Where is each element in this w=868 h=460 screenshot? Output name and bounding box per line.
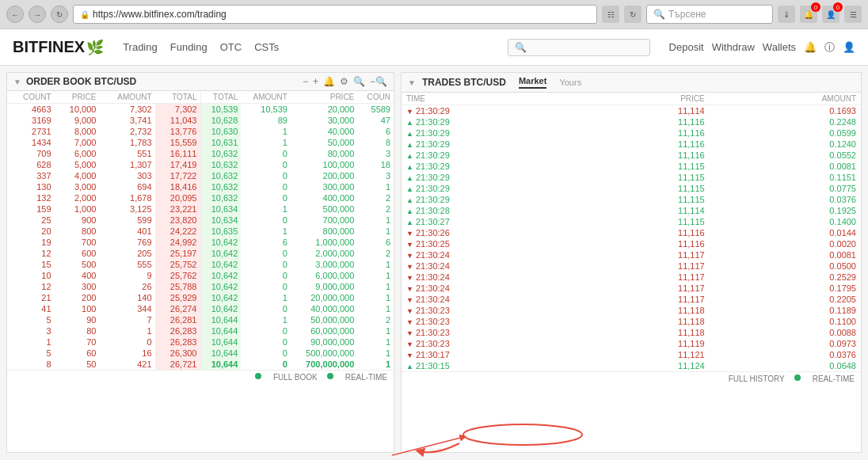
sell-count: 130 (7, 181, 55, 192)
buy-price: 60,000,000 (291, 325, 357, 336)
trade-row: ▲ 21:30:29 11,115 0.0376 (402, 194, 861, 205)
main-content: ▼ ORDER BOOK BTC/USD − + 🔔 ⚙ 🔍 −🔍 COUNT (0, 66, 868, 459)
trade-row: ▼ 21:30:26 11,116 0.0144 (402, 227, 861, 238)
trade-amount: 0.0144 (710, 227, 861, 238)
trade-price: 11,117 (584, 294, 710, 305)
trade-row: ▼ 21:30:23 11,119 0.0973 (402, 338, 861, 349)
buy-price: 500,000 (291, 203, 357, 215)
buy-table-body: 10,539 10,539 20,000 5589 10,628 89 30,0… (201, 104, 394, 371)
reload-icon[interactable]: ↻ (624, 6, 641, 23)
sell-row: 20 800 401 24,222 (7, 226, 200, 237)
refresh-button[interactable]: ↻ (51, 6, 68, 23)
minus-ctrl[interactable]: − (303, 76, 308, 87)
trade-row: ▲ 21:30:29 11,116 0.0599 (402, 127, 861, 139)
collapse-icon[interactable]: ▼ (13, 78, 21, 86)
sell-row: 15 500 555 25,752 (7, 259, 200, 270)
trade-amount: 0.0552 (710, 150, 861, 161)
sell-row: 12 600 205 25,197 (7, 248, 200, 259)
wallets-btn[interactable]: Wallets (763, 41, 796, 53)
trade-time: ▲ 21:30:29 (402, 172, 584, 183)
trades-collapse-icon[interactable]: ▼ (408, 78, 416, 87)
zoom-in-icon[interactable]: 🔍 (353, 76, 365, 87)
sell-count: 5 (7, 314, 55, 325)
sell-count: 5 (7, 348, 55, 359)
buy-total: 10,642 (201, 270, 242, 281)
buy-row: 10,632 0 100,000 18 (201, 159, 394, 170)
sell-row: 8 50 421 26,721 (7, 359, 200, 370)
sell-total: 26,274 (155, 303, 200, 314)
sell-price: 600 (55, 248, 100, 259)
trade-time: ▲ 21:30:29 (402, 161, 584, 172)
trade-time: ▼ 21:30:23 (402, 327, 584, 338)
browser-search-bar[interactable]: 🔍 Търсене (646, 5, 773, 24)
logo: BITFINEX 🌿 (13, 38, 104, 56)
trade-amount: 0.1795 (710, 283, 861, 294)
buy-price: 20,000 (291, 104, 357, 116)
buy-amount: 0 (241, 281, 291, 292)
trade-amount: 0.0020 (710, 238, 861, 249)
sell-row: 159 1,000 3,125 23,221 (7, 203, 200, 215)
buy-row: 10,632 0 400,000 2 (201, 192, 394, 203)
bell-icon[interactable]: 🔔 (804, 41, 817, 53)
sell-price: 100 (55, 303, 100, 314)
withdraw-btn[interactable]: Withdraw (712, 41, 755, 53)
nav-csts[interactable]: CSTs (254, 41, 279, 53)
user-icon[interactable]: 👤 (843, 41, 855, 53)
sell-count: 15 (7, 259, 55, 270)
trade-amount: 0.1151 (710, 172, 861, 183)
header-search-input[interactable]: 🔍 (508, 39, 650, 56)
back-button[interactable]: ← (6, 6, 24, 23)
buy-total: 10,644 (201, 325, 242, 336)
trade-amount: 0.0376 (710, 349, 861, 360)
sell-total: 23,221 (155, 203, 200, 215)
address-bar[interactable]: 🔒 https://www.bitfinex.com/trading (73, 5, 597, 24)
trades-table: TIME PRICE AMOUNT ▼ 21:30:29 11,114 0.16… (402, 93, 861, 371)
logo-text: BITFINEX (13, 38, 85, 56)
sell-price: 300 (55, 281, 100, 292)
buy-count: 5589 (357, 104, 394, 116)
gear-icon[interactable]: ⚙ (340, 76, 348, 87)
reader-mode-icon[interactable]: ☷ (602, 6, 619, 23)
tab-market[interactable]: Market (519, 76, 546, 89)
buy-count: 2 (357, 314, 394, 325)
menu-icon[interactable]: ☰ (844, 6, 862, 23)
trade-amount: 0.0500 (710, 260, 861, 272)
nav-links: Trading Funding OTC CSTs (123, 41, 279, 53)
sell-amount: 7 (99, 314, 154, 325)
sell-count: 337 (7, 170, 55, 181)
sell-total: 7,302 (155, 104, 200, 116)
plus-ctrl[interactable]: + (313, 76, 318, 87)
zoom-out-icon[interactable]: −🔍 (370, 76, 387, 87)
full-history-label[interactable]: FULL HISTORY (729, 374, 785, 383)
tab-yours[interactable]: Yours (559, 78, 581, 87)
buy-count: 3 (357, 170, 394, 181)
sell-price: 200 (55, 292, 100, 303)
trade-row: ▼ 21:30:23 11,118 0.1100 (402, 316, 861, 327)
full-book-label[interactable]: FULL BOOK (273, 373, 318, 382)
forward-button[interactable]: → (29, 6, 46, 23)
buy-price: 300,000 (291, 181, 357, 192)
sell-table-header: COUNT PRICE AMOUNT TOTAL (7, 91, 200, 104)
buy-price: 90,000,000 (291, 336, 357, 348)
buy-amount: 0 (241, 348, 291, 359)
nav-trading[interactable]: Trading (123, 41, 158, 53)
buy-total: 10,630 (201, 126, 242, 137)
sell-amount: 344 (99, 303, 154, 314)
order-book-footer: FULL BOOK REAL-TIME (7, 370, 394, 384)
nav-otc[interactable]: OTC (220, 41, 242, 53)
buy-amount: 0 (241, 359, 291, 370)
col-amount-sell: AMOUNT (99, 91, 154, 104)
download-icon[interactable]: ⇓ (778, 6, 795, 23)
trade-price: 11,114 (584, 105, 710, 117)
header-actions: Deposit Withdraw Wallets 🔔 ⓘ 👤 (669, 40, 855, 55)
sell-amount: 421 (99, 359, 154, 370)
deposit-btn[interactable]: Deposit (669, 41, 704, 53)
bell-ctrl[interactable]: 🔔 (323, 76, 335, 87)
help-icon[interactable]: ⓘ (824, 40, 835, 55)
buy-row: 10,539 10,539 20,000 5589 (201, 104, 394, 116)
trade-amount: 0.1100 (710, 316, 861, 327)
sell-table: COUNT PRICE AMOUNT TOTAL 4663 10,000 7,3… (7, 91, 200, 370)
nav-funding[interactable]: Funding (170, 41, 207, 53)
buy-count: 3 (357, 148, 394, 159)
buy-amount: 0 (241, 148, 291, 159)
